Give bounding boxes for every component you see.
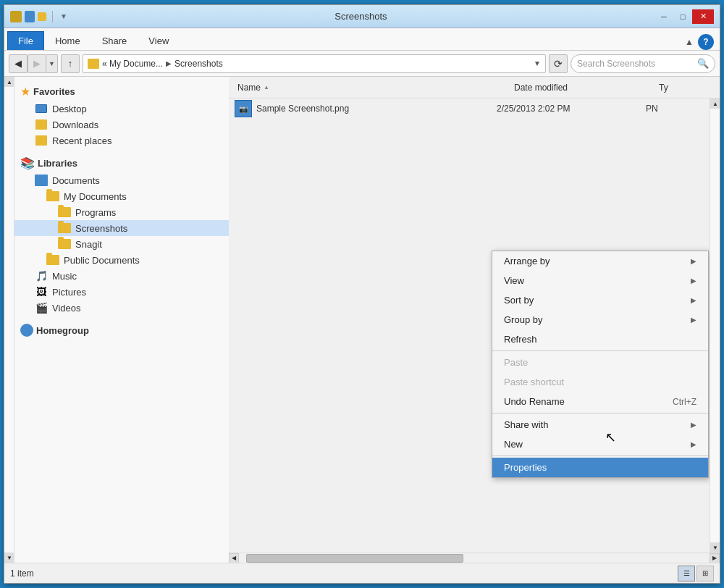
ctx-refresh-label: Refresh bbox=[504, 334, 537, 345]
libraries-icon: 📚 bbox=[20, 156, 35, 170]
col-header-name[interactable]: Name ▲ bbox=[235, 77, 511, 98]
favorites-header[interactable]: ★ Favorites bbox=[14, 83, 229, 101]
back-button[interactable]: ◀ bbox=[9, 54, 28, 73]
sidebar-item-programs[interactable]: Programs bbox=[14, 204, 229, 220]
public-documents-label: Public Documents bbox=[64, 255, 140, 266]
title-doc-icon bbox=[25, 11, 35, 22]
homegroup-header[interactable]: Homegroup bbox=[14, 322, 229, 339]
ctx-arrange-by-arrow: ▶ bbox=[691, 257, 696, 265]
sidebar-item-downloads[interactable]: Downloads bbox=[14, 117, 229, 133]
file-scroll-down[interactable]: ▼ bbox=[710, 542, 720, 553]
title-dropdown-arrow[interactable]: ▼ bbox=[60, 12, 67, 20]
up-button[interactable]: ↑ bbox=[61, 54, 80, 73]
ctx-properties[interactable]: Properties bbox=[492, 458, 708, 477]
h-scroll-right[interactable]: ▶ bbox=[710, 553, 720, 563]
tab-file[interactable]: File bbox=[7, 31, 44, 50]
my-documents-label: My Documents bbox=[64, 191, 127, 202]
search-box[interactable]: Search Screenshots 🔍 bbox=[571, 54, 715, 73]
screenshots-icon bbox=[58, 222, 71, 234]
sidebar-item-pictures[interactable]: 🖼 Pictures bbox=[14, 284, 229, 300]
forward-button[interactable]: ▶ bbox=[28, 54, 46, 73]
tab-view[interactable]: View bbox=[138, 31, 180, 50]
sidebar-item-videos[interactable]: 🎬 Videos bbox=[14, 300, 229, 316]
ctx-new-arrow: ▶ bbox=[691, 440, 696, 448]
col-type-label: Ty bbox=[659, 83, 668, 93]
nav-dropdown[interactable]: ▼ bbox=[46, 54, 58, 73]
ctx-new[interactable]: New ▶ bbox=[492, 434, 708, 454]
view-icons: ☰ ⊞ bbox=[678, 566, 714, 581]
sidebar-item-recent[interactable]: Recent places bbox=[14, 133, 229, 148]
libraries-section: 📚 Libraries Documents My Documents bbox=[14, 154, 229, 316]
file-type-0: PN bbox=[646, 104, 704, 114]
ctx-view[interactable]: View ▶ bbox=[492, 271, 708, 290]
screenshots-label: Screenshots bbox=[75, 223, 127, 234]
sidebar-item-my-documents[interactable]: My Documents bbox=[14, 188, 229, 204]
h-scroll-left[interactable]: ◀ bbox=[229, 553, 239, 563]
close-button[interactable]: ✕ bbox=[692, 9, 714, 24]
address-dropdown-arrow[interactable]: ▼ bbox=[534, 59, 541, 67]
downloads-label: Downloads bbox=[52, 119, 98, 130]
title-separator bbox=[52, 11, 53, 22]
file-scroll-up[interactable]: ▲ bbox=[710, 98, 720, 109]
main-window: ▼ Screenshots ─ □ ✕ File Home Share View… bbox=[4, 4, 720, 584]
file-entry-0[interactable]: 📷 Sample Screenshot.png 2/25/2013 2:02 P… bbox=[229, 98, 710, 119]
documents-icon bbox=[35, 175, 48, 186]
h-scrollbar: ◀ ▶ bbox=[229, 553, 720, 563]
ribbon-expand-icon[interactable]: ▲ bbox=[683, 35, 695, 49]
ctx-refresh[interactable]: Refresh bbox=[492, 329, 708, 349]
ctx-separator-2 bbox=[492, 413, 708, 413]
path-separator: ▶ bbox=[166, 59, 172, 67]
ctx-sort-by[interactable]: Sort by ▶ bbox=[492, 290, 708, 310]
sidebar-item-desktop[interactable]: Desktop bbox=[14, 101, 229, 117]
favorites-star-icon: ★ bbox=[20, 85, 30, 98]
h-scroll-thumb[interactable] bbox=[246, 554, 463, 563]
context-menu: Arrange by ▶ View ▶ Sort by ▶ Group by bbox=[492, 251, 709, 478]
ctx-arrange-by[interactable]: Arrange by ▶ bbox=[492, 251, 708, 271]
ctx-new-label: New bbox=[504, 439, 523, 450]
col-header-date[interactable]: Date modified bbox=[511, 77, 656, 98]
main-area: ▲ ▼ ★ Favorites Desktop bbox=[4, 77, 720, 563]
programs-label: Programs bbox=[75, 207, 116, 218]
sidebar-item-screenshots[interactable]: Screenshots bbox=[14, 220, 229, 236]
window-controls: ─ □ ✕ bbox=[654, 9, 714, 24]
sidebar-item-documents[interactable]: Documents bbox=[14, 172, 229, 188]
help-button[interactable]: ? bbox=[698, 34, 714, 50]
minimize-button[interactable]: ─ bbox=[654, 9, 673, 24]
tab-home[interactable]: Home bbox=[44, 31, 91, 50]
title-folder-icon bbox=[10, 11, 22, 22]
homegroup-section: Homegroup bbox=[14, 322, 229, 339]
ctx-undo-rename-label: Undo Rename bbox=[504, 396, 565, 407]
my-documents-icon bbox=[46, 190, 59, 202]
ctx-group-by[interactable]: Group by ▶ bbox=[492, 310, 708, 329]
view-details-button[interactable]: ☰ bbox=[678, 566, 695, 581]
view-large-button[interactable]: ⊞ bbox=[696, 566, 714, 581]
ctx-paste-label: Paste bbox=[504, 357, 528, 368]
music-label: Music bbox=[52, 271, 77, 282]
path-folder-icon bbox=[88, 59, 99, 69]
col-header-type[interactable]: Ty bbox=[656, 77, 714, 98]
ctx-group-by-label: Group by bbox=[504, 314, 542, 325]
sidebar-item-music[interactable]: 🎵 Music bbox=[14, 268, 229, 284]
pictures-label: Pictures bbox=[52, 287, 86, 298]
tab-share[interactable]: Share bbox=[91, 31, 138, 50]
file-thumb-0: 📷 bbox=[235, 100, 252, 117]
snagit-label: Snagit bbox=[75, 239, 102, 250]
sidebar-item-public-documents[interactable]: Public Documents bbox=[14, 252, 229, 268]
file-list-scroll-area: 📷 Sample Screenshot.png 2/25/2013 2:02 P… bbox=[229, 98, 720, 553]
videos-icon: 🎬 bbox=[35, 302, 48, 314]
search-placeholder: Search Screenshots bbox=[577, 59, 694, 69]
sidebar-scroll-up[interactable]: ▲ bbox=[4, 77, 14, 87]
libraries-header[interactable]: 📚 Libraries bbox=[14, 154, 229, 172]
sidebar-scroll-down[interactable]: ▼ bbox=[4, 553, 14, 563]
ctx-arrange-by-label: Arrange by bbox=[504, 256, 550, 266]
videos-label: Videos bbox=[52, 303, 81, 314]
status-text: 1 item bbox=[10, 568, 672, 579]
refresh-button[interactable]: ⟳ bbox=[549, 54, 568, 73]
ctx-group-by-arrow: ▶ bbox=[691, 316, 696, 324]
address-path[interactable]: « My Docume... ▶ Screenshots ▼ bbox=[83, 54, 546, 73]
ctx-view-label: View bbox=[504, 275, 524, 286]
maximize-button[interactable]: □ bbox=[673, 9, 692, 24]
sidebar-item-snagit[interactable]: Snagit bbox=[14, 236, 229, 252]
ctx-share-with[interactable]: Share with ▶ bbox=[492, 415, 708, 434]
ctx-undo-rename[interactable]: Undo Rename Ctrl+Z bbox=[492, 392, 708, 411]
